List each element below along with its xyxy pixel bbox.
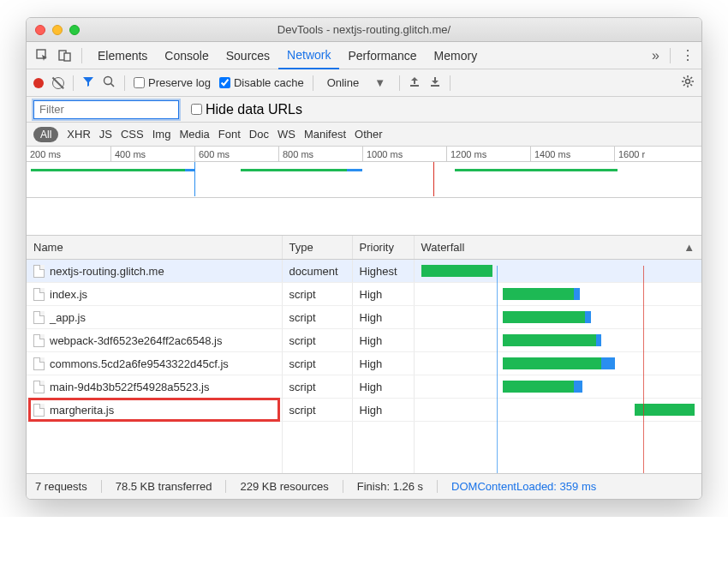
request-priority: High (352, 306, 414, 329)
request-name: nextjs-routing.glitch.me (50, 265, 164, 278)
minimize-icon[interactable] (52, 25, 63, 35)
type-filter-js[interactable]: JS (99, 128, 112, 141)
request-type: script (282, 352, 352, 375)
tab-memory[interactable]: Memory (426, 42, 486, 69)
device-toggle-icon[interactable] (56, 46, 75, 65)
svg-rect-2 (64, 53, 70, 61)
timeline-tick: 200 ms (27, 147, 110, 162)
request-priority: High (352, 329, 414, 352)
type-filter-ws[interactable]: WS (277, 128, 295, 141)
request-priority: High (352, 352, 414, 375)
col-priority[interactable]: Priority (352, 236, 414, 260)
clear-icon[interactable] (52, 77, 64, 89)
tab-performance[interactable]: Performance (339, 42, 425, 69)
hide-data-urls-checkbox[interactable]: Hide data URLs (191, 102, 302, 117)
type-filter-doc[interactable]: Doc (249, 128, 269, 141)
type-filter-manifest[interactable]: Manifest (304, 128, 346, 141)
timeline-tick: 600 ms (194, 147, 278, 162)
svg-rect-6 (431, 85, 439, 87)
file-icon (33, 265, 45, 278)
timeline-tick: 1400 ms (530, 147, 614, 162)
kebab-menu-icon[interactable]: ⋮ (681, 47, 695, 63)
more-tabs-icon[interactable]: » (652, 48, 659, 63)
timeline-overview[interactable]: 200 ms400 ms600 ms800 ms1000 ms1200 ms14… (27, 147, 701, 198)
titlebar: DevTools - nextjs-routing.glitch.me/ (27, 18, 701, 42)
type-filter-other[interactable]: Other (355, 128, 383, 141)
col-type[interactable]: Type (282, 236, 352, 260)
request-priority: High (352, 283, 414, 306)
table-row[interactable]: margherita.jsscriptHigh (27, 399, 701, 422)
waterfall-bar (421, 380, 695, 393)
table-row[interactable]: index.jsscriptHigh (27, 283, 701, 306)
timeline-tick: 1000 ms (362, 147, 446, 162)
throttling-select[interactable]: Online ▼ (322, 76, 391, 89)
timeline-tick: 800 ms (278, 147, 362, 162)
request-priority: High (352, 399, 414, 422)
disable-cache-checkbox[interactable]: Disable cache (219, 76, 304, 89)
type-filter-xhr[interactable]: XHR (67, 128, 90, 141)
request-type: script (282, 329, 352, 352)
main-tabbar: ElementsConsoleSourcesNetworkPerformance… (27, 42, 701, 69)
requests-table: Name Type Priority Waterfall▲ nextjs-rou… (27, 236, 701, 422)
footer-dcl: DOMContentLoaded: 359 ms (451, 480, 596, 493)
tab-sources[interactable]: Sources (218, 42, 278, 69)
type-filter-css[interactable]: CSS (121, 128, 144, 141)
table-row[interactable]: commons.5cd2a6fe9543322d45cf.jsscriptHig… (27, 352, 701, 375)
request-type: script (282, 375, 352, 399)
request-name: commons.5cd2a6fe9543322d45cf.js (50, 357, 229, 370)
hide-data-urls-input[interactable] (191, 104, 202, 115)
table-row[interactable]: webpack-3df6523e264ff2ac6548.jsscriptHig… (27, 329, 701, 352)
search-icon[interactable] (103, 75, 116, 91)
upload-icon[interactable] (409, 75, 421, 90)
file-icon (33, 288, 45, 301)
waterfall-bar (421, 333, 695, 347)
inspect-icon[interactable] (33, 46, 52, 65)
timeline-tick: 1600 r (614, 147, 698, 162)
table-row[interactable]: nextjs-routing.glitch.medocumentHighest (27, 260, 701, 283)
type-filter-media[interactable]: Media (179, 128, 209, 141)
window-title: DevTools - nextjs-routing.glitch.me/ (27, 23, 701, 36)
devtools-window: DevTools - nextjs-routing.glitch.me/ Ele… (26, 17, 702, 500)
file-icon (33, 311, 45, 324)
col-name[interactable]: Name (27, 236, 282, 260)
request-name: margherita.js (50, 404, 114, 417)
waterfall-bar (421, 357, 695, 370)
request-type: script (282, 399, 352, 422)
col-waterfall[interactable]: Waterfall▲ (414, 236, 701, 260)
footer-requests: 7 requests (35, 480, 102, 493)
tab-console[interactable]: Console (156, 42, 217, 69)
svg-rect-5 (410, 85, 419, 87)
type-filter-bar: AllXHRJSCSSImgMediaFontDocWSManifestOthe… (27, 123, 701, 147)
settings-icon[interactable] (681, 75, 695, 92)
table-row[interactable]: main-9d4b3b522f54928a5523.jsscriptHigh (27, 375, 701, 399)
request-name: main-9d4b3b522f54928a5523.js (50, 381, 210, 393)
tab-network[interactable]: Network (278, 42, 339, 69)
svg-line-12 (683, 77, 685, 79)
footer-finish: Finish: 1.26 s (357, 480, 438, 493)
type-filter-all[interactable]: All (33, 127, 58, 142)
file-icon (33, 381, 45, 393)
zoom-icon[interactable] (69, 25, 80, 35)
preserve-log-checkbox[interactable]: Preserve log (134, 76, 211, 89)
tab-elements[interactable]: Elements (89, 42, 156, 69)
footer-transferred: 78.5 KB transferred (116, 480, 227, 493)
svg-line-4 (111, 83, 115, 87)
record-icon[interactable] (33, 78, 44, 88)
file-icon (33, 404, 45, 417)
svg-line-13 (690, 84, 692, 86)
close-icon[interactable] (35, 25, 45, 35)
preserve-log-input[interactable] (134, 77, 145, 88)
type-filter-font[interactable]: Font (218, 128, 241, 141)
disable-cache-input[interactable] (219, 77, 230, 88)
timeline-tick: 1200 ms (446, 147, 530, 162)
request-priority: Highest (352, 260, 414, 283)
request-name: _app.js (50, 311, 86, 324)
download-icon[interactable] (429, 75, 441, 90)
waterfall-bar (421, 310, 695, 324)
table-row[interactable]: _app.jsscriptHigh (27, 306, 701, 329)
type-filter-img[interactable]: Img (152, 128, 171, 141)
waterfall-bar (421, 403, 695, 417)
timeline-tick: 400 ms (110, 147, 194, 162)
filter-icon[interactable] (82, 75, 94, 90)
filter-input[interactable] (33, 100, 179, 119)
